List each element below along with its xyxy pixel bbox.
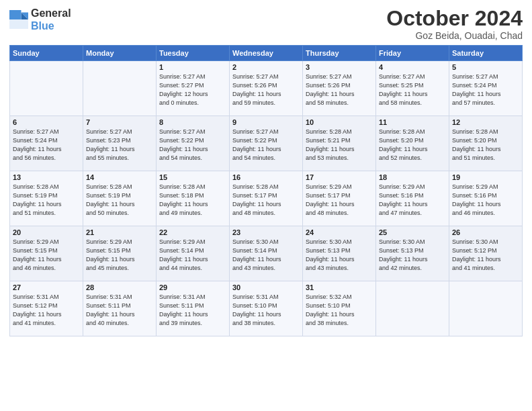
calendar-cell: 29Sunrise: 5:31 AM Sunset: 5:11 PM Dayli… (157, 281, 230, 336)
calendar-header: SundayMondayTuesdayWednesdayThursdayFrid… (10, 46, 523, 61)
day-info: Sunrise: 5:28 AM Sunset: 5:17 PM Dayligh… (232, 183, 300, 218)
day-number: 21 (86, 228, 153, 236)
day-info: Sunrise: 5:30 AM Sunset: 5:13 PM Dayligh… (379, 238, 446, 273)
calendar-cell: 21Sunrise: 5:29 AM Sunset: 5:15 PM Dayli… (83, 226, 157, 281)
day-info: Sunrise: 5:28 AM Sunset: 5:20 PM Dayligh… (452, 128, 519, 163)
calendar-cell: 30Sunrise: 5:31 AM Sunset: 5:10 PM Dayli… (230, 281, 303, 336)
day-number: 2 (232, 63, 300, 71)
calendar-cell: 9Sunrise: 5:27 AM Sunset: 5:22 PM Daylig… (230, 116, 303, 171)
day-info: Sunrise: 5:29 AM Sunset: 5:15 PM Dayligh… (86, 238, 153, 273)
day-number: 31 (306, 283, 373, 291)
day-number: 17 (306, 173, 373, 181)
weekday-row: SundayMondayTuesdayWednesdayThursdayFrid… (10, 46, 523, 61)
day-number: 1 (159, 63, 226, 71)
logo-icon (9, 10, 28, 29)
day-info: Sunrise: 5:32 AM Sunset: 5:10 PM Dayligh… (306, 293, 373, 328)
day-number: 12 (452, 118, 519, 126)
weekday-header-wednesday: Wednesday (230, 46, 303, 61)
day-number: 29 (159, 283, 226, 291)
svg-rect-4 (9, 19, 28, 29)
day-number: 3 (306, 63, 373, 71)
day-info: Sunrise: 5:28 AM Sunset: 5:18 PM Dayligh… (159, 183, 226, 218)
day-number: 22 (159, 228, 226, 236)
day-info: Sunrise: 5:28 AM Sunset: 5:21 PM Dayligh… (306, 128, 373, 163)
weekday-header-tuesday: Tuesday (157, 46, 230, 61)
day-info: Sunrise: 5:27 AM Sunset: 5:25 PM Dayligh… (379, 73, 446, 107)
day-info: Sunrise: 5:28 AM Sunset: 5:19 PM Dayligh… (86, 183, 153, 218)
logo-text: General Blue (31, 7, 71, 32)
calendar-cell: 24Sunrise: 5:30 AM Sunset: 5:13 PM Dayli… (303, 226, 376, 281)
calendar-cell: 15Sunrise: 5:28 AM Sunset: 5:18 PM Dayli… (157, 171, 230, 226)
calendar-table: SundayMondayTuesdayWednesdayThursdayFrid… (9, 45, 523, 336)
header: General Blue October 2024 Goz Beida, Oua… (9, 7, 523, 41)
day-number: 13 (13, 173, 80, 181)
day-info: Sunrise: 5:30 AM Sunset: 5:12 PM Dayligh… (452, 238, 519, 273)
calendar-cell: 26Sunrise: 5:30 AM Sunset: 5:12 PM Dayli… (449, 226, 523, 281)
day-number: 25 (379, 228, 446, 236)
calendar-cell: 17Sunrise: 5:29 AM Sunset: 5:17 PM Dayli… (303, 171, 376, 226)
day-info: Sunrise: 5:28 AM Sunset: 5:20 PM Dayligh… (379, 128, 446, 163)
day-info: Sunrise: 5:27 AM Sunset: 5:23 PM Dayligh… (86, 128, 153, 163)
day-number: 24 (306, 228, 373, 236)
calendar-cell: 8Sunrise: 5:27 AM Sunset: 5:22 PM Daylig… (157, 116, 230, 171)
calendar-week-2: 6Sunrise: 5:27 AM Sunset: 5:24 PM Daylig… (10, 116, 523, 171)
day-info: Sunrise: 5:28 AM Sunset: 5:19 PM Dayligh… (13, 183, 80, 218)
calendar-cell (449, 281, 523, 336)
day-number: 27 (13, 283, 80, 291)
calendar-cell: 22Sunrise: 5:29 AM Sunset: 5:14 PM Dayli… (157, 226, 230, 281)
day-number: 9 (232, 118, 300, 126)
day-info: Sunrise: 5:31 AM Sunset: 5:12 PM Dayligh… (13, 293, 80, 328)
calendar-cell: 4Sunrise: 5:27 AM Sunset: 5:25 PM Daylig… (376, 61, 449, 116)
day-info: Sunrise: 5:27 AM Sunset: 5:24 PM Dayligh… (13, 128, 80, 163)
day-number: 18 (379, 173, 446, 181)
day-info: Sunrise: 5:29 AM Sunset: 5:16 PM Dayligh… (452, 183, 519, 218)
calendar-title: October 2024 (386, 7, 523, 30)
calendar-week-1: 1Sunrise: 5:27 AM Sunset: 5:27 PM Daylig… (10, 61, 523, 116)
calendar-cell: 12Sunrise: 5:28 AM Sunset: 5:20 PM Dayli… (449, 116, 523, 171)
calendar-week-5: 27Sunrise: 5:31 AM Sunset: 5:12 PM Dayli… (10, 281, 523, 336)
day-number: 5 (452, 63, 519, 71)
calendar-cell: 1Sunrise: 5:27 AM Sunset: 5:27 PM Daylig… (157, 61, 230, 116)
calendar-week-3: 13Sunrise: 5:28 AM Sunset: 5:19 PM Dayli… (10, 171, 523, 226)
day-number: 11 (379, 118, 446, 126)
calendar-week-4: 20Sunrise: 5:29 AM Sunset: 5:15 PM Dayli… (10, 226, 523, 281)
day-number: 6 (13, 118, 80, 126)
calendar-cell: 16Sunrise: 5:28 AM Sunset: 5:17 PM Dayli… (230, 171, 303, 226)
day-info: Sunrise: 5:27 AM Sunset: 5:27 PM Dayligh… (159, 73, 226, 107)
day-number: 15 (159, 173, 226, 181)
day-number: 10 (306, 118, 373, 126)
calendar-cell: 11Sunrise: 5:28 AM Sunset: 5:20 PM Dayli… (376, 116, 449, 171)
day-info: Sunrise: 5:29 AM Sunset: 5:14 PM Dayligh… (159, 238, 226, 273)
logo: General Blue (9, 7, 71, 32)
calendar-cell: 10Sunrise: 5:28 AM Sunset: 5:21 PM Dayli… (303, 116, 376, 171)
calendar-cell: 19Sunrise: 5:29 AM Sunset: 5:16 PM Dayli… (449, 171, 523, 226)
calendar-cell (83, 61, 157, 116)
calendar-body: 1Sunrise: 5:27 AM Sunset: 5:27 PM Daylig… (10, 61, 523, 336)
calendar-cell: 28Sunrise: 5:31 AM Sunset: 5:11 PM Dayli… (83, 281, 157, 336)
calendar-cell: 5Sunrise: 5:27 AM Sunset: 5:24 PM Daylig… (449, 61, 523, 116)
day-info: Sunrise: 5:30 AM Sunset: 5:14 PM Dayligh… (232, 238, 300, 273)
day-number: 26 (452, 228, 519, 236)
day-number: 8 (159, 118, 226, 126)
calendar-cell: 23Sunrise: 5:30 AM Sunset: 5:14 PM Dayli… (230, 226, 303, 281)
calendar-cell: 13Sunrise: 5:28 AM Sunset: 5:19 PM Dayli… (10, 171, 83, 226)
calendar-cell: 27Sunrise: 5:31 AM Sunset: 5:12 PM Dayli… (10, 281, 83, 336)
calendar-cell: 7Sunrise: 5:27 AM Sunset: 5:23 PM Daylig… (83, 116, 157, 171)
day-info: Sunrise: 5:31 AM Sunset: 5:11 PM Dayligh… (86, 293, 153, 328)
weekday-header-saturday: Saturday (449, 46, 523, 61)
day-number: 16 (232, 173, 300, 181)
calendar-cell: 18Sunrise: 5:29 AM Sunset: 5:16 PM Dayli… (376, 171, 449, 226)
calendar-cell: 31Sunrise: 5:32 AM Sunset: 5:10 PM Dayli… (303, 281, 376, 336)
weekday-header-sunday: Sunday (10, 46, 83, 61)
logo-line2: Blue (31, 19, 71, 32)
day-info: Sunrise: 5:27 AM Sunset: 5:26 PM Dayligh… (232, 73, 300, 107)
day-number: 20 (13, 228, 80, 236)
calendar-cell: 6Sunrise: 5:27 AM Sunset: 5:24 PM Daylig… (10, 116, 83, 171)
day-number: 23 (232, 228, 300, 236)
day-info: Sunrise: 5:31 AM Sunset: 5:10 PM Dayligh… (232, 293, 300, 328)
day-number: 30 (232, 283, 300, 291)
calendar-cell (376, 281, 449, 336)
day-info: Sunrise: 5:27 AM Sunset: 5:24 PM Dayligh… (452, 73, 519, 107)
svg-rect-3 (9, 10, 21, 19)
weekday-header-thursday: Thursday (303, 46, 376, 61)
